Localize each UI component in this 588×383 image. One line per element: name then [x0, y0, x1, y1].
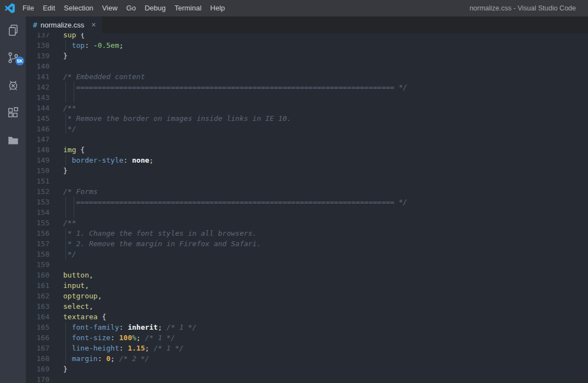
indent-guide [65, 353, 66, 364]
indent-guide [65, 343, 66, 353]
sidebar-item-source-control[interactable]: 5K [0, 44, 26, 71]
line-number: 167 [26, 343, 49, 353]
line-number: 164 [26, 312, 49, 322]
code-text: select, [63, 301, 93, 312]
code-line[interactable]: 163select, [26, 301, 588, 312]
line-number: 147 [26, 134, 49, 145]
code-line[interactable]: 146 */ [26, 124, 588, 134]
code-text: font-family: inherit; /* 1 */ [63, 322, 197, 332]
tab-label: normalize.css [41, 21, 84, 29]
code-text: /** [63, 218, 76, 228]
code-line[interactable]: 167 line-height: 1.15; /* 1 */ [26, 343, 588, 353]
line-number: 155 [26, 218, 49, 228]
code-line[interactable]: 159 [26, 259, 588, 270]
menu-item-file[interactable]: File [18, 0, 38, 16]
indent-guide [65, 82, 66, 92]
code-line[interactable]: 148img { [26, 145, 588, 155]
code-line[interactable]: 137sup { [26, 33, 588, 40]
code-line[interactable]: 152/* Forms [26, 186, 588, 197]
code-text: * 1. Change the font styles in all brows… [63, 228, 257, 238]
code-line[interactable]: 169} [26, 364, 588, 374]
code-text: ========================================… [63, 82, 407, 92]
code-line[interactable]: 165 font-family: inherit; /* 1 */ [26, 322, 588, 332]
code-line[interactable]: 155/** [26, 218, 588, 228]
line-number: 159 [26, 259, 49, 270]
code-text: line-height: 1.15; /* 1 */ [63, 343, 184, 353]
code-line[interactable]: 142 ====================================… [26, 82, 588, 92]
code-line[interactable]: 164textarea { [26, 312, 588, 322]
line-number: 165 [26, 322, 49, 332]
code-line[interactable]: 161input, [26, 280, 588, 291]
code-line[interactable]: 166 font-size: 100%; /* 1 */ [26, 332, 588, 343]
sidebar-item-folder[interactable] [0, 126, 26, 154]
line-number: 168 [26, 353, 49, 364]
code-text: top: -0.5em; [63, 40, 124, 51]
code-text: input, [63, 280, 89, 291]
menu-item-edit[interactable]: Edit [38, 0, 59, 16]
code-line[interactable]: 156 * 1. Change the font styles in all b… [26, 228, 588, 238]
sidebar-item-explorer[interactable] [0, 16, 26, 44]
code-line[interactable]: 138 top: -0.5em; [26, 40, 588, 51]
code-text: border-style: none; [63, 155, 153, 165]
menu-item-terminal[interactable]: Terminal [170, 0, 206, 16]
source-control-badge: 5K [15, 57, 24, 65]
menu-item-go[interactable]: Go [122, 0, 140, 16]
code-line[interactable]: 145 * Remove the border on images inside… [26, 113, 588, 124]
code-line[interactable]: 162optgroup, [26, 291, 588, 301]
code-line[interactable]: 139} [26, 51, 588, 61]
explorer-icon [6, 23, 20, 37]
code-text: ========================================… [63, 197, 407, 207]
code-text: /* Embedded content [63, 71, 145, 82]
menu-item-help[interactable]: Help [206, 0, 230, 16]
line-number: 153 [26, 197, 49, 207]
debug-icon [6, 78, 20, 92]
title-bar: FileEditSelectionViewGoDebugTerminalHelp… [0, 0, 588, 16]
code-text: */ [63, 124, 76, 134]
line-number: 137 [26, 33, 49, 40]
code-line[interactable]: 170 [26, 374, 588, 383]
code-text: textarea { [63, 312, 106, 322]
code-line[interactable]: 157 * 2. Remove the margin in Firefox an… [26, 238, 588, 249]
code-line[interactable]: 147 [26, 134, 588, 145]
sidebar-item-debug[interactable] [0, 71, 26, 99]
code-text: img { [63, 145, 85, 155]
tab-bar: # normalize.css × [26, 16, 588, 33]
indent-guide [65, 249, 66, 259]
menu-item-view[interactable]: View [98, 0, 122, 16]
tab-close-icon[interactable]: × [91, 20, 96, 29]
code-line[interactable]: 144/** [26, 103, 588, 113]
tab-normalize-css[interactable]: # normalize.css × [26, 16, 102, 33]
code-line[interactable]: 150} [26, 165, 588, 176]
code-line[interactable]: 151 [26, 176, 588, 186]
code-line[interactable]: 168 margin: 0; /* 2 */ [26, 353, 588, 364]
code-line[interactable]: 160button, [26, 270, 588, 280]
line-number: 170 [26, 374, 49, 383]
code-line[interactable]: 141/* Embedded content [26, 71, 588, 82]
code-lines: 137sup {138 top: -0.5em;139}140141/* Emb… [26, 33, 588, 383]
indent-guide [65, 238, 66, 249]
code-line[interactable]: 149 border-style: none; [26, 155, 588, 165]
code-line[interactable]: 143 [26, 92, 588, 103]
line-number: 146 [26, 124, 49, 134]
line-number: 166 [26, 332, 49, 343]
sidebar-item-extensions[interactable] [0, 99, 26, 126]
code-line[interactable]: 154 [26, 207, 588, 218]
line-number: 141 [26, 71, 49, 82]
line-number: 158 [26, 249, 49, 259]
line-number: 138 [26, 40, 49, 51]
code-line[interactable]: 140 [26, 61, 588, 71]
code-line[interactable]: 153 ====================================… [26, 197, 588, 207]
indent-guide [65, 155, 66, 165]
line-number: 149 [26, 155, 49, 165]
menu-item-selection[interactable]: Selection [59, 0, 97, 16]
line-number: 163 [26, 301, 49, 312]
line-number: 156 [26, 228, 49, 238]
code-editor[interactable]: 137sup {138 top: -0.5em;139}140141/* Emb… [26, 33, 588, 383]
line-number: 161 [26, 280, 49, 291]
vscode-logo-icon [5, 3, 15, 13]
indent-guide [65, 40, 66, 51]
menu-item-debug[interactable]: Debug [140, 0, 170, 16]
code-text: } [63, 364, 68, 374]
code-line[interactable]: 158 */ [26, 249, 588, 259]
window-title: normalize.css - Visual Studio Code [469, 0, 576, 16]
